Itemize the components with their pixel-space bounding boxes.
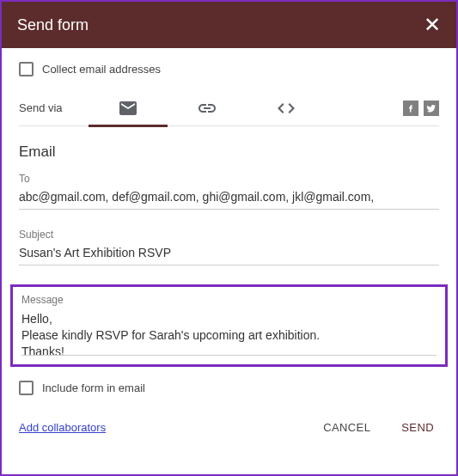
send-via-row: Send via [19, 90, 439, 126]
collect-email-row: Collect email addresses [19, 60, 439, 90]
collect-email-label: Collect email addresses [42, 63, 161, 76]
dialog-content: Collect email addresses Send via [2, 48, 456, 444]
message-input[interactable] [21, 309, 437, 356]
dialog-title: Send form [17, 16, 89, 34]
message-label: Message [21, 294, 437, 306]
link-icon [198, 104, 216, 113]
send-form-dialog: Send form ✕ Collect email addresses Send… [0, 0, 458, 476]
facebook-button[interactable] [403, 101, 418, 116]
message-field-group: Message [21, 294, 437, 359]
dialog-header: Send form ✕ [2, 2, 456, 48]
tab-link[interactable] [168, 90, 247, 126]
embed-icon [278, 103, 295, 113]
to-label: To [19, 173, 439, 185]
subject-label: Subject [19, 229, 439, 241]
social-buttons [403, 101, 439, 116]
send-via-label: Send via [19, 101, 63, 114]
include-form-row: Include form in email [19, 377, 439, 411]
cancel-button[interactable]: CANCEL [318, 414, 376, 441]
facebook-icon [406, 103, 416, 113]
close-icon: ✕ [424, 13, 441, 36]
subject-input[interactable] [19, 244, 439, 265]
subject-field-group: Subject [19, 229, 439, 265]
add-collaborators-link[interactable]: Add collaborators [19, 421, 106, 434]
include-form-label: Include form in email [42, 381, 145, 394]
tab-embed[interactable] [247, 90, 326, 126]
twitter-icon [426, 103, 437, 113]
close-button[interactable]: ✕ [424, 15, 441, 35]
dialog-footer: Add collaborators CANCEL SEND [19, 411, 439, 444]
envelope-icon [119, 101, 137, 115]
to-field-group: To [19, 173, 439, 210]
twitter-button[interactable] [424, 101, 439, 116]
message-highlight-box: Message [10, 284, 448, 367]
send-button[interactable]: SEND [396, 414, 439, 441]
footer-actions: CANCEL SEND [318, 414, 439, 441]
tab-email[interactable] [89, 90, 168, 126]
to-input[interactable] [19, 188, 439, 210]
section-title: Email [19, 126, 439, 173]
include-form-checkbox[interactable] [19, 381, 34, 395]
collect-email-checkbox[interactable] [19, 62, 34, 76]
